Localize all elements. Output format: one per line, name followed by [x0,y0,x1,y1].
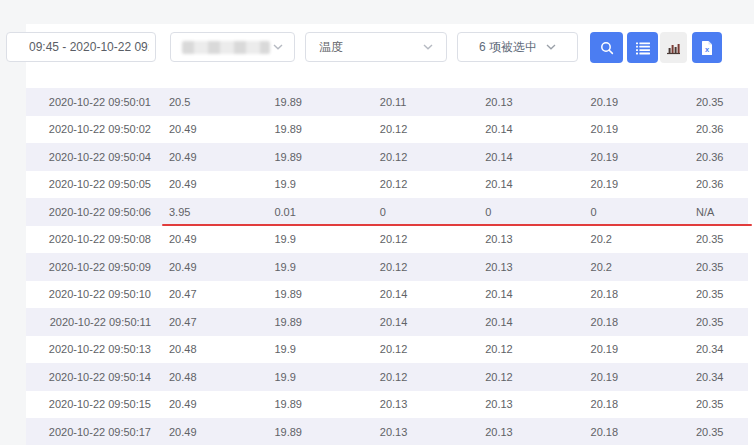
cell-value: 20.18 [573,316,678,328]
cell-value: 20.13 [467,96,572,108]
cell-value: 20.2 [573,261,678,273]
search-icon [599,40,615,56]
cell-value: 19.9 [256,233,361,245]
cell-value: 19.9 [256,261,361,273]
cell-value: 20.13 [467,426,572,438]
table-row[interactable]: 2020-10-22 09:50:06 3.95 0.01 0 0 0 N/A [26,198,748,226]
cell-value: 20.12 [362,178,467,190]
cell-value: 19.89 [256,288,361,300]
chevron-down-icon [273,44,283,50]
cell-value: 20.48 [151,371,256,383]
cell-value: N/A [678,206,748,218]
table-row[interactable]: 2020-10-22 09:50:17 20.49 19.89 20.13 20… [26,418,748,445]
cell-value: 20.12 [467,371,572,383]
cell-value: 20.14 [467,178,572,190]
cell-value: 20.49 [151,123,256,135]
cell-value: 20.12 [467,343,572,355]
table-row[interactable]: 2020-10-22 09:50:01 20.5 19.89 20.11 20.… [26,88,748,116]
cell-value: 20.49 [151,261,256,273]
table-row[interactable]: 2020-10-22 09:50:11 20.47 19.89 20.14 20… [26,308,748,336]
cell-value: 20.35 [678,96,748,108]
table-row[interactable]: 2020-10-22 09:50:08 20.49 19.9 20.12 20.… [26,226,748,254]
cell-time: 2020-10-22 09:50:13 [26,343,151,355]
cell-value: 0 [362,206,467,218]
redacted-select-value [182,41,270,54]
date-range-input[interactable] [6,32,156,62]
cell-value: 20.18 [573,288,678,300]
columns-selected-label: 6 项被选中 [479,39,537,56]
cell-value: 20.18 [573,398,678,410]
cell-time: 2020-10-22 09:50:04 [26,151,151,163]
list-view-button[interactable] [627,32,658,63]
cell-value: 19.89 [256,398,361,410]
device-select[interactable] [170,32,295,62]
page: 温度 6 项被选中 [0,0,754,445]
table-row[interactable]: 2020-10-22 09:50:09 20.49 19.9 20.12 20.… [26,253,748,281]
cell-time: 2020-10-22 09:50:14 [26,371,151,383]
metric-select-value: 温度 [319,39,343,56]
cell-value: 19.89 [256,151,361,163]
cell-value: 20.13 [362,398,467,410]
cell-value: 20.19 [573,96,678,108]
cell-value: 20.36 [678,123,748,135]
cell-value: 20.47 [151,316,256,328]
cell-value: 20.11 [362,96,467,108]
cell-value: 20.12 [362,123,467,135]
cell-value: 20.49 [151,151,256,163]
cell-value: 20.12 [362,343,467,355]
cell-value: 19.89 [256,316,361,328]
cell-value: 20.13 [467,398,572,410]
cell-time: 2020-10-22 09:50:01 [26,96,151,108]
cell-time: 2020-10-22 09:50:02 [26,123,151,135]
cell-value: 20.36 [678,178,748,190]
cell-value: 19.9 [256,343,361,355]
cell-value: 20.48 [151,343,256,355]
cell-time: 2020-10-22 09:50:09 [26,261,151,273]
cell-value: 20.12 [362,371,467,383]
export-excel-button[interactable]: x [692,32,722,63]
cell-value: 19.89 [256,123,361,135]
toolbar: 温度 6 项被选中 [26,32,754,63]
table-row[interactable]: 2020-10-22 09:50:05 20.49 19.9 20.12 20.… [26,171,748,199]
table-row[interactable]: 2020-10-22 09:50:10 20.47 19.89 20.14 20… [26,281,748,309]
search-button[interactable] [590,32,623,63]
metric-select[interactable]: 温度 [305,32,447,62]
cell-value: 20.12 [362,261,467,273]
table-row[interactable]: 2020-10-22 09:50:02 20.49 19.89 20.12 20… [26,116,748,144]
cell-value: 20.34 [678,343,748,355]
cell-time: 2020-10-22 09:50:11 [26,316,151,328]
cell-value: 20.19 [573,151,678,163]
chart-view-button[interactable] [660,32,687,63]
data-table-body: 2020-10-22 09:50:01 20.5 19.89 20.11 20.… [26,88,748,445]
cell-value: 20.36 [678,151,748,163]
cell-time: 2020-10-22 09:50:17 [26,426,151,438]
table-row[interactable]: 2020-10-22 09:50:04 20.49 19.89 20.12 20… [26,143,748,171]
table-row[interactable]: 2020-10-22 09:50:14 20.48 19.9 20.12 20.… [26,363,748,391]
cell-value: 0 [573,206,678,218]
cell-value: 20.35 [678,288,748,300]
cell-value: 20.13 [362,426,467,438]
cell-value: 19.89 [256,426,361,438]
cell-value: 20.2 [573,233,678,245]
cell-value: 0 [467,206,572,218]
cell-value: 20.35 [678,316,748,328]
columns-selected-dropdown[interactable]: 6 项被选中 [457,32,578,62]
table-row[interactable]: 2020-10-22 09:50:15 20.49 19.89 20.13 20… [26,391,748,419]
cell-time: 2020-10-22 09:50:05 [26,178,151,190]
cell-time: 2020-10-22 09:50:06 [26,206,151,218]
cell-value: 20.12 [362,233,467,245]
cell-value: 20.19 [573,343,678,355]
cell-value: 20.14 [467,151,572,163]
cell-value: 20.14 [467,316,572,328]
cell-value: 20.49 [151,398,256,410]
cell-value: 20.14 [467,288,572,300]
table-row[interactable]: 2020-10-22 09:50:13 20.48 19.9 20.12 20.… [26,336,748,364]
cell-value: 20.13 [467,233,572,245]
cell-value: 3.95 [151,206,256,218]
cell-value: 20.35 [678,261,748,273]
cell-time: 2020-10-22 09:50:15 [26,398,151,410]
cell-value: 20.19 [573,123,678,135]
cell-value: 19.9 [256,371,361,383]
chevron-down-icon [546,44,556,50]
cell-value: 0.01 [256,206,361,218]
